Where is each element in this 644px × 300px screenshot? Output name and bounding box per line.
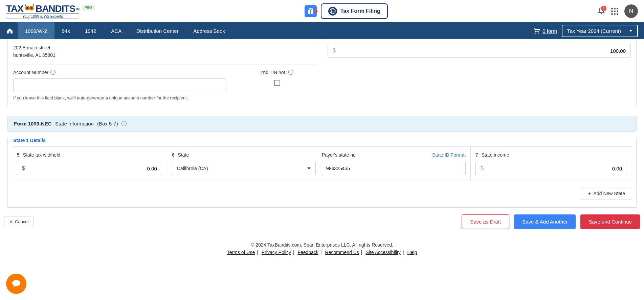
save-draft-button[interactable]: Save as Draft <box>462 214 509 229</box>
account-number-label: Account Number <box>13 70 48 75</box>
state-select[interactable]: California (CA) <box>172 162 316 175</box>
svg-point-3 <box>30 7 32 9</box>
footer-link-feedback[interactable]: Feedback <box>297 250 318 255</box>
payer-state-label: Payer's state no <box>322 152 356 158</box>
col5-label: State tax withheld <box>23 152 61 158</box>
notifications-button[interactable]: 0 <box>598 7 605 16</box>
col6-label: State <box>178 152 189 158</box>
state-id-format-link[interactable]: State ID Format <box>432 152 466 158</box>
footer-link-recommend[interactable]: Recommend Us <box>325 250 359 255</box>
state-income-input[interactable] <box>487 166 622 171</box>
svg-point-12 <box>535 33 536 34</box>
recipient-address: 202 E main street huntsville, AL 35801 <box>13 44 316 59</box>
svg-point-13 <box>538 33 539 34</box>
plus-icon: + <box>588 191 591 196</box>
nav-address-book[interactable]: Address Book <box>186 22 232 39</box>
cancel-label: Cancel <box>15 219 28 224</box>
amount-input-wrap[interactable]: $ <box>328 44 631 57</box>
nav-aca[interactable]: ACA <box>104 22 129 39</box>
svg-point-2 <box>26 7 28 9</box>
pro-badge: PRO <box>82 5 95 10</box>
notification-badge: 0 <box>601 6 606 11</box>
amount-input[interactable] <box>339 48 626 54</box>
dollar-icon: $ <box>22 165 25 171</box>
state-tax-withheld-input[interactable] <box>28 166 157 171</box>
col7-label: State income <box>482 152 509 158</box>
svg-point-8 <box>311 8 312 10</box>
footer-link-help[interactable]: Help <box>407 250 417 255</box>
gift-button[interactable] <box>305 5 317 17</box>
tax-year-label: Tax Year 2024 (Current) <box>567 28 621 34</box>
add-new-state-button[interactable]: + Add New State <box>581 187 632 200</box>
footer-copyright: © 2024 TaxBandits.com, Span Enterprises … <box>0 242 644 248</box>
col7-num: 7 <box>475 152 478 158</box>
globe-icon <box>328 7 337 16</box>
logo-tm: TM <box>76 7 79 10</box>
logo-text-pre: TAX <box>6 3 23 14</box>
col5-num: 5 <box>17 152 20 158</box>
close-icon: ✕ <box>9 219 13 224</box>
tin-label: 2nd TIN not. <box>261 70 287 75</box>
logo-area[interactable]: TAX BANDITS TM Your 1099 & W2 Experts PR… <box>6 3 95 19</box>
account-number-input[interactable] <box>13 78 226 92</box>
state-details-label: State 1 Details <box>13 138 636 143</box>
tax-form-filing-label: Tax Form Filing <box>340 8 380 14</box>
nav-home[interactable] <box>6 22 18 39</box>
info-icon[interactable]: i <box>50 70 55 75</box>
state-tax-withheld-wrap[interactable]: $ <box>17 162 162 175</box>
svg-point-7 <box>309 8 310 10</box>
chevron-down-icon <box>629 30 632 32</box>
state-select-value: California (CA) <box>177 166 208 171</box>
tin-checkbox[interactable] <box>274 80 280 86</box>
cancel-button[interactable]: ✕ Cancel <box>4 216 34 227</box>
logo-tagline: Your 1099 & W2 Experts <box>6 14 79 19</box>
dollar-icon: $ <box>333 48 336 54</box>
account-help-text: If you leave this field blank, we'll aut… <box>13 95 226 101</box>
state-section-header: Form 1099-NEC State Information (Box 5-7… <box>7 116 637 132</box>
nav-1042[interactable]: 1042 <box>77 22 104 39</box>
save-add-another-button[interactable]: Save & Add Another <box>514 214 576 229</box>
footer-link-privacy[interactable]: Privacy Policy <box>262 250 291 255</box>
chevron-down-icon <box>307 167 311 169</box>
tax-year-select[interactable]: Tax Year 2024 (Current) <box>562 25 638 37</box>
svg-rect-6 <box>310 10 311 14</box>
payer-state-no-input[interactable] <box>322 162 466 175</box>
footer-link-accessibility[interactable]: Site Accessibility <box>365 250 400 255</box>
cart-link[interactable]: 0 form <box>533 27 557 34</box>
nav-distribution-center[interactable]: Distribution Center <box>129 22 186 39</box>
save-continue-button[interactable]: Save and Continue <box>580 214 640 229</box>
logo-text-post: BANDITS <box>36 3 75 14</box>
nav-94x[interactable]: 94x <box>54 22 77 39</box>
home-icon <box>6 27 14 34</box>
avatar[interactable]: N <box>624 4 638 18</box>
nav-1099-w2[interactable]: 1099/W-2 <box>18 22 54 39</box>
apps-menu-button[interactable] <box>611 8 618 15</box>
cart-icon <box>533 27 540 34</box>
add-state-label: Add New State <box>594 191 625 196</box>
footer-link-terms[interactable]: Terms of Use <box>227 250 255 255</box>
gift-icon <box>307 8 314 15</box>
state-income-wrap[interactable]: $ <box>475 162 627 175</box>
owl-icon <box>24 4 35 14</box>
cart-count-label: 0 form <box>542 28 557 34</box>
col6-num: 6 <box>172 152 175 158</box>
info-icon[interactable]: i <box>121 121 127 126</box>
info-icon[interactable]: i <box>288 70 293 75</box>
tax-form-filing-button[interactable]: Tax Form Filing <box>321 3 388 19</box>
dollar-icon: $ <box>481 165 484 171</box>
